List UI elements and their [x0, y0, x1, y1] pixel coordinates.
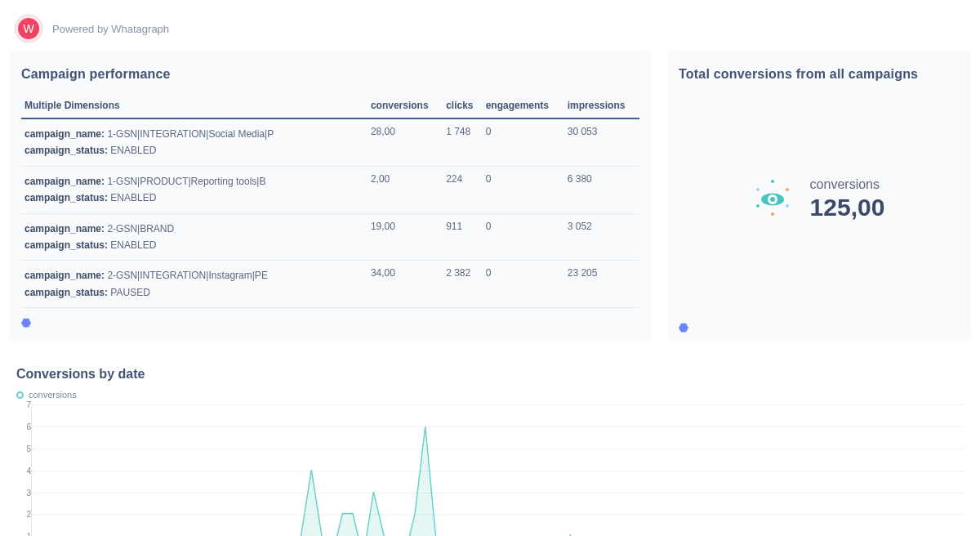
data-source-icon[interactable] — [21, 316, 31, 326]
chart-plot[interactable] — [31, 404, 964, 536]
table-row[interactable]: campaign_name: 2-GSN|INTEGRATION|Instagr… — [21, 261, 639, 308]
y-tick: 5 — [16, 444, 31, 453]
powered-by-label: Powered by Whatagraph — [52, 23, 169, 35]
col-dimensions[interactable]: Multiple Dimensions — [21, 93, 368, 118]
metric-label: conversions — [810, 177, 885, 192]
total-conversions-metric: conversions 125,00 — [667, 177, 970, 221]
cell-clicks: 1 748 — [443, 118, 483, 166]
eye-icon — [753, 180, 792, 219]
cell-conversions: 19,00 — [368, 213, 443, 261]
col-clicks[interactable]: clicks — [443, 93, 483, 118]
cell-dimension: campaign_name: 2-GSN|BRANDcampaign_statu… — [21, 213, 368, 261]
table-row[interactable]: campaign_name: 1-GSN|INTEGRATION|Social … — [21, 118, 639, 166]
metric-value: 125,00 — [810, 194, 885, 221]
col-conversions[interactable]: conversions — [368, 93, 443, 118]
col-impressions[interactable]: impressions — [564, 93, 639, 118]
cell-engagements: 0 — [483, 118, 564, 166]
y-tick: 1 — [16, 532, 31, 536]
app-header: W Powered by Whatagraph — [0, 0, 980, 51]
campaign-performance-panel: Campaign performance Multiple Dimensions… — [10, 51, 651, 341]
col-engagements[interactable]: engagements — [483, 93, 564, 118]
campaign-table: Multiple Dimensions conversions clicks e… — [21, 93, 639, 308]
y-tick: 6 — [16, 422, 31, 431]
cell-dimension: campaign_name: 2-GSN|INTEGRATION|Instagr… — [21, 261, 368, 308]
chart-legend[interactable]: conversions — [16, 390, 964, 400]
cell-dimension: campaign_name: 1-GSN|INTEGRATION|Social … — [21, 118, 368, 166]
cell-engagements: 0 — [483, 213, 564, 261]
cell-dimension: campaign_name: 1-GSN|PRODUCT|Reporting t… — [21, 166, 368, 213]
cell-impressions: 3 052 — [564, 213, 639, 261]
cell-impressions: 23 205 — [564, 261, 639, 308]
total-panel-title: Total conversions from all campaigns — [679, 67, 959, 82]
chart-title: Conversions by date — [16, 367, 964, 382]
cell-clicks: 2 382 — [443, 261, 483, 308]
y-tick: 2 — [16, 510, 31, 519]
chart-y-axis: 01234567 — [16, 404, 31, 536]
campaign-panel-title: Campaign performance — [21, 67, 639, 82]
cell-engagements: 0 — [483, 261, 564, 308]
cell-conversions: 34,00 — [368, 261, 443, 308]
chart-area[interactable]: 01234567 — [16, 404, 964, 536]
total-conversions-panel: Total conversions from all campaigns con… — [667, 51, 970, 341]
cell-impressions: 6 380 — [564, 166, 639, 213]
logo-letter: W — [23, 22, 33, 35]
logo-icon: W — [15, 15, 42, 42]
cell-conversions: 28,00 — [368, 118, 443, 166]
legend-label: conversions — [29, 390, 77, 400]
cell-clicks: 911 — [443, 213, 483, 261]
y-tick: 4 — [16, 466, 31, 475]
data-source-icon[interactable] — [679, 321, 688, 331]
cell-impressions: 30 053 — [564, 118, 639, 166]
table-row[interactable]: campaign_name: 2-GSN|BRANDcampaign_statu… — [21, 213, 639, 261]
conversions-by-date-panel: Conversions by date conversions 01234567… — [10, 357, 970, 536]
chart-series — [32, 404, 964, 536]
cell-engagements: 0 — [483, 166, 564, 213]
cell-conversions: 2,00 — [368, 166, 443, 213]
table-header-row: Multiple Dimensions conversions clicks e… — [21, 93, 639, 118]
table-row[interactable]: campaign_name: 1-GSN|PRODUCT|Reporting t… — [21, 166, 639, 213]
legend-marker-icon — [16, 391, 24, 399]
y-tick: 7 — [16, 400, 31, 409]
top-panels: Campaign performance Multiple Dimensions… — [0, 51, 980, 341]
cell-clicks: 224 — [443, 166, 483, 213]
y-tick: 3 — [16, 488, 31, 497]
